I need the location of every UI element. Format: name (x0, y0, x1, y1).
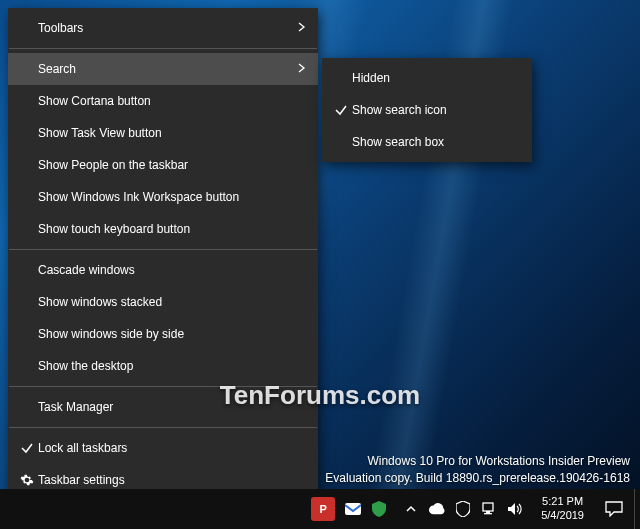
menu-toolbars[interactable]: Toolbars (8, 12, 318, 44)
gear-icon (16, 473, 38, 487)
menu-label: Show Cortana button (38, 94, 306, 108)
menu-cascade-windows[interactable]: Cascade windows (8, 254, 318, 286)
menu-show-desktop[interactable]: Show the desktop (8, 350, 318, 382)
taskbar-clock[interactable]: 5:21 PM 5/4/2019 (531, 495, 594, 523)
clock-date: 5/4/2019 (541, 509, 584, 523)
menu-show-people[interactable]: Show People on the taskbar (8, 149, 318, 181)
show-desktop-button[interactable] (634, 489, 640, 529)
network-icon[interactable] (481, 501, 497, 517)
menu-lock-all-taskbars[interactable]: Lock all taskbars (8, 432, 318, 464)
menu-label: Hidden (352, 71, 520, 85)
menu-separator (9, 249, 317, 250)
chevron-right-icon (292, 21, 306, 35)
tray-app-shield-icon[interactable] (371, 501, 387, 517)
submenu-show-search-icon[interactable]: Show search icon (322, 94, 532, 126)
tray-overflow-chevron-icon[interactable] (403, 501, 419, 517)
check-icon (16, 441, 38, 455)
menu-label: Show People on the taskbar (38, 158, 306, 172)
menu-label: Show the desktop (38, 359, 306, 373)
menu-separator (9, 48, 317, 49)
menu-label: Lock all taskbars (38, 441, 306, 455)
tray-app-pinterest-icon[interactable]: P (311, 497, 335, 521)
volume-icon[interactable] (507, 501, 523, 517)
svg-rect-2 (486, 511, 490, 513)
menu-windows-side-by-side[interactable]: Show windows side by side (8, 318, 318, 350)
action-center-icon[interactable] (594, 489, 634, 529)
menu-label: Show windows side by side (38, 327, 306, 341)
menu-label: Search (38, 62, 292, 76)
menu-show-task-view[interactable]: Show Task View button (8, 117, 318, 149)
menu-label: Taskbar settings (38, 473, 306, 487)
menu-label: Cascade windows (38, 263, 306, 277)
windows-defender-icon[interactable] (455, 501, 471, 517)
svg-rect-3 (484, 513, 492, 514)
search-submenu: Hidden Show search icon Show search box (322, 58, 532, 162)
clock-time: 5:21 PM (542, 495, 583, 509)
taskbar[interactable]: P 5:21 PM 5/4/2019 (0, 489, 640, 529)
eval-line-1: Windows 10 Pro for Workstations Insider … (325, 453, 630, 470)
menu-search[interactable]: Search (8, 53, 318, 85)
menu-windows-stacked[interactable]: Show windows stacked (8, 286, 318, 318)
menu-separator (9, 427, 317, 428)
onedrive-icon[interactable] (429, 501, 445, 517)
menu-label: Show Task View button (38, 126, 306, 140)
taskbar-context-menu: Toolbars Search Show Cortana button Show… (8, 8, 318, 500)
menu-label: Show search box (352, 135, 520, 149)
evaluation-watermark: Windows 10 Pro for Workstations Insider … (325, 453, 630, 487)
menu-label: Task Manager (38, 400, 306, 414)
menu-label: Toolbars (38, 21, 292, 35)
chevron-right-icon (292, 62, 306, 76)
menu-separator (9, 386, 317, 387)
eval-line-2: Evaluation copy. Build 18890.rs_prerelea… (325, 470, 630, 487)
check-icon (330, 103, 352, 117)
submenu-hidden[interactable]: Hidden (322, 62, 532, 94)
menu-show-ink-workspace[interactable]: Show Windows Ink Workspace button (8, 181, 318, 213)
submenu-show-search-box[interactable]: Show search box (322, 126, 532, 158)
system-tray: P 5:21 PM 5/4/2019 (303, 489, 640, 529)
menu-show-cortana[interactable]: Show Cortana button (8, 85, 318, 117)
menu-show-touch-keyboard[interactable]: Show touch keyboard button (8, 213, 318, 245)
tray-app-mail-icon[interactable] (345, 501, 361, 517)
svg-rect-1 (483, 503, 493, 511)
menu-label: Show windows stacked (38, 295, 306, 309)
menu-label: Show touch keyboard button (38, 222, 306, 236)
tray-system-icons (395, 501, 531, 517)
menu-label: Show Windows Ink Workspace button (38, 190, 306, 204)
menu-task-manager[interactable]: Task Manager (8, 391, 318, 423)
svg-rect-0 (345, 503, 361, 515)
menu-label: Show search icon (352, 103, 520, 117)
tray-app-icons: P (303, 497, 395, 521)
